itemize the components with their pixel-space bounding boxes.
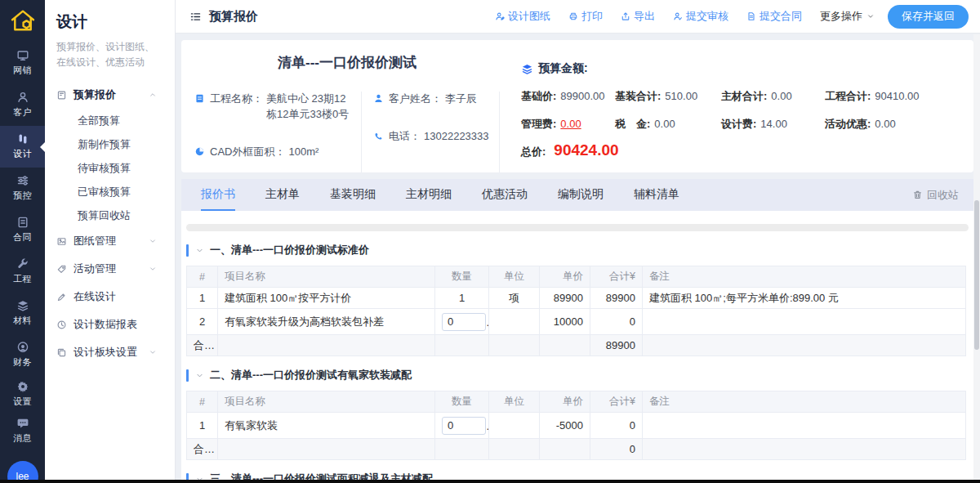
- sidebar-item-label: 全部预算: [78, 114, 120, 128]
- action-label: 提交合同: [760, 9, 802, 24]
- column-header: 合计¥: [590, 391, 643, 413]
- budget-summary: 预算金额: 基础价:89900.00基装合计:510.00主材合计:0.00工程…: [500, 50, 973, 172]
- scrollbar-thumb[interactable]: [974, 200, 979, 350]
- budget-item-label: 主材合计:: [721, 89, 767, 104]
- section-header[interactable]: 三、清单---一口价报价测试面积减退及主材减配: [186, 472, 970, 480]
- budget-item-value[interactable]: 0.00: [560, 118, 581, 130]
- horizontal-scrollbar[interactable]: [186, 224, 969, 231]
- rail-item-customers[interactable]: 客户: [0, 84, 45, 126]
- sidebar-item-pending-budgets[interactable]: 待审核预算: [56, 156, 175, 180]
- column-header: 单位: [489, 391, 540, 413]
- tab-materials-detail[interactable]: 主材明细: [406, 179, 452, 211]
- recycle-bin-button[interactable]: 回收站: [912, 179, 959, 211]
- budget-item-label: 管理费:: [521, 117, 556, 132]
- sum-cell: [489, 439, 540, 460]
- sidebar-item-approved-budgets[interactable]: 已审核预算: [56, 180, 175, 203]
- menu-drawing-mgmt-icon: [56, 236, 67, 247]
- chevron-down-icon: [149, 237, 157, 245]
- budget-item-value: 90410.00: [875, 90, 919, 102]
- rail-item-settings[interactable]: 设置: [0, 376, 45, 413]
- quote-content: 一、清单---一口价报价测试标准价#项目名称数量单位单价合计¥备注1建筑面积 1…: [181, 211, 973, 480]
- sidebar-item-budget-recycle[interactable]: 预算回收站: [56, 203, 175, 227]
- tab-accessories[interactable]: 辅料清单: [634, 179, 679, 211]
- export-icon: [621, 11, 630, 21]
- save-return-button[interactable]: 保存并返回: [888, 5, 969, 29]
- window-edge: [0, 480, 980, 483]
- action-submit-review[interactable]: 提交审核: [673, 9, 728, 24]
- tab-base-detail[interactable]: 基装明细: [330, 179, 376, 211]
- chevron-down-icon: [195, 246, 204, 255]
- rail-item-contracts[interactable]: 合同: [0, 209, 45, 251]
- items-table: #项目名称数量单位单价合计¥备注1有氧家软装-50000合计0: [186, 391, 966, 460]
- section-header[interactable]: 二、清单---一口价报价测试有氧家软装减配: [186, 368, 970, 382]
- field-project-name: 工程名称：美航中心 23期12栋12单元33楼0号: [194, 92, 353, 123]
- action-print[interactable]: 打印: [568, 9, 603, 24]
- cell: [489, 309, 540, 335]
- tab-main-materials[interactable]: 主材单: [265, 179, 300, 211]
- rail-item-engineering[interactable]: 工程: [0, 251, 45, 293]
- budget-item-label: 活动优惠:: [825, 117, 871, 132]
- budget-item-base-total: 基装合计:510.00: [615, 89, 721, 104]
- customer-name-icon: [373, 93, 384, 104]
- action-export[interactable]: 导出: [621, 9, 655, 24]
- column-header: 项目名称: [218, 391, 435, 413]
- vertical-scrollbar[interactable]: [973, 34, 980, 480]
- budget-item-materials-total: 主材合计:0.00: [721, 89, 825, 104]
- sidebar-item-drawing-mgmt[interactable]: 图纸管理: [56, 227, 175, 255]
- menu-online-design-icon: [56, 292, 67, 302]
- rail-item-label: 材料: [13, 315, 32, 327]
- sidebar-item-design-reports[interactable]: 设计数据报表: [56, 311, 175, 338]
- sum-cell: [643, 439, 966, 460]
- active-notch: [40, 142, 45, 152]
- rail-item-design[interactable]: 设计: [0, 126, 45, 168]
- field-label: 电话：: [389, 129, 421, 145]
- sidebar-item-budget-quote[interactable]: 预算报价: [56, 81, 175, 109]
- menu-design-board-settings-icon: [56, 347, 67, 358]
- table-sum-row: 合计89900: [187, 335, 966, 356]
- sum-cell: [489, 335, 540, 356]
- column-header: #: [187, 266, 218, 288]
- cell: 0: [590, 413, 643, 439]
- materials-icon: [16, 299, 29, 312]
- cell: [643, 413, 966, 439]
- sidebar-item-all-budgets[interactable]: 全部预算: [56, 109, 175, 132]
- settings-icon: [16, 380, 29, 393]
- sidebar-item-label: 预算回收站: [78, 208, 131, 223]
- action-label: 设计图纸: [508, 9, 550, 24]
- qty-input[interactable]: [442, 417, 486, 435]
- precontrol-icon: [16, 174, 29, 187]
- rail-item-messages[interactable]: 消息: [0, 413, 45, 449]
- app-logo[interactable]: [8, 7, 38, 34]
- tab-notes[interactable]: 编制说明: [558, 179, 604, 211]
- action-design-drawings[interactable]: 设计图纸: [495, 9, 550, 24]
- sidebar-item-design-board-settings[interactable]: 设计板块设置: [56, 338, 175, 366]
- budget-item-management-fee: 管理费:0.00: [521, 117, 615, 132]
- sidebar-item-label: 待审核预算: [78, 161, 131, 176]
- budget-title: 预算金额:: [538, 61, 588, 76]
- section-title: 一、清单---一口价报价测试标准价: [210, 243, 369, 257]
- sidebar-item-online-design[interactable]: 在线设计: [56, 283, 175, 311]
- field-phone: 电话：13022223333: [373, 129, 492, 145]
- section-header[interactable]: 一、清单---一口价报价测试标准价: [186, 243, 970, 257]
- rail-item-precontrol[interactable]: 预控: [0, 168, 45, 209]
- print-icon: [568, 11, 578, 21]
- rail-item-materials[interactable]: 材料: [0, 293, 45, 334]
- budget-total: 总价: 90424.00: [521, 141, 973, 159]
- sidebar-item-activity-mgmt[interactable]: 活动管理: [56, 255, 175, 283]
- total-value: 90424.00: [554, 141, 618, 159]
- rail-item-finance[interactable]: 财务: [0, 334, 45, 376]
- tab-promotions[interactable]: 优惠活动: [482, 179, 528, 211]
- sidebar-item-new-budget[interactable]: 新制作预算: [56, 132, 175, 156]
- quote-info-card: 清单---一口价报价测试 工程名称：美航中心 23期12栋12单元33楼0号CA…: [181, 40, 973, 172]
- qty-input[interactable]: [442, 313, 486, 331]
- tab-quote-book[interactable]: 报价书: [201, 179, 235, 211]
- more-actions-button[interactable]: 更多操作: [820, 9, 875, 24]
- field-value: 美航中心 23期12栋12单元33楼0号: [266, 92, 353, 123]
- field-label: CAD外框面积：: [210, 145, 285, 160]
- section-title: 二、清单---一口价报价测试有氧家软装减配: [210, 368, 412, 382]
- action-submit-contract[interactable]: 提交合同: [746, 9, 802, 24]
- rail-item-marketing[interactable]: 网销: [0, 42, 45, 84]
- quote-fields-column: 工程名称：美航中心 23期12栋12单元33楼0号CAD外框面积：100m²: [194, 92, 362, 172]
- sum-cell: [435, 439, 489, 460]
- cell: 建筑面积 100㎡;每平方米单价:899.00 元: [643, 288, 966, 309]
